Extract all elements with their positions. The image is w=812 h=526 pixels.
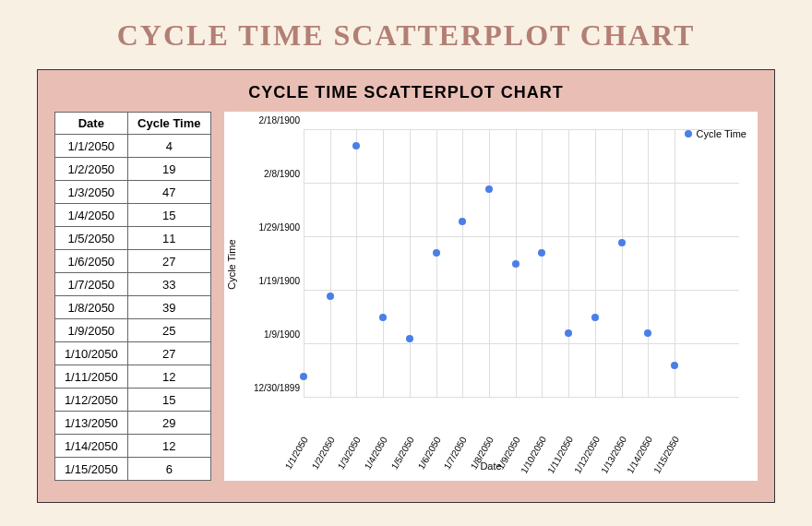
table-row: 1/10/205027 [55,342,211,365]
chart-area: Cycle Time Cycle Time Date 12/30/18991/9… [224,112,758,481]
cell-cycle-time: 6 [127,458,210,481]
cell-date: 1/1/2050 [55,135,128,158]
page-title: CYCLE TIME SCATTERPLOT CHART [37,18,775,53]
data-point [485,185,493,193]
gridline-v [595,130,596,398]
cell-cycle-time: 27 [127,250,210,273]
x-tick-label: 1/7/2050 [442,435,469,471]
x-tick-label: 1/14/2050 [625,435,654,475]
y-tick-label: 1/29/1900 [248,222,300,233]
cell-date: 1/12/2050 [55,389,128,412]
chart-panel: CYCLE TIME SCATTERPLOT CHART Date Cycle … [37,69,775,503]
table-row: 1/15/20506 [55,458,211,481]
data-point [538,249,545,257]
gridline-v [542,130,543,398]
data-point [300,373,307,380]
data-point [512,260,519,268]
cell-date: 1/7/2050 [55,273,128,296]
y-tick-label: 12/30/1899 [248,383,300,393]
cell-cycle-time: 15 [127,389,210,412]
table-row: 1/1/20504 [55,135,211,158]
cell-date: 1/3/2050 [55,181,128,204]
x-tick-label: 1/15/2050 [651,435,681,475]
cell-cycle-time: 12 [127,365,210,389]
legend-marker-icon [685,130,692,137]
cell-date: 1/11/2050 [55,365,128,389]
data-point [591,314,599,321]
data-point [565,329,572,337]
cell-cycle-time: 4 [127,135,210,158]
data-point [644,329,651,337]
table-row: 1/6/205027 [55,250,211,273]
data-point [352,142,360,149]
cell-date: 1/13/2050 [55,412,128,435]
x-tick-label: 1/2/2050 [309,435,336,471]
data-point [406,335,413,342]
y-tick-label: 1/19/1900 [248,276,300,286]
cell-date: 1/10/2050 [55,342,128,365]
x-tick-label: 1/10/2050 [519,435,549,475]
x-tick-label: 1/9/2050 [495,435,521,471]
data-point [327,293,334,300]
data-point [671,362,678,369]
cell-date: 1/6/2050 [55,250,128,273]
table-row: 1/2/205019 [55,158,211,181]
cell-cycle-time: 11 [127,227,210,250]
cell-cycle-time: 39 [127,296,210,319]
cell-cycle-time: 15 [127,204,210,227]
cell-cycle-time: 27 [127,342,210,365]
cell-date: 1/5/2050 [55,227,128,250]
gridline-v [568,130,569,398]
x-tick-label: 1/5/2050 [389,435,416,471]
cell-date: 1/2/2050 [55,158,128,181]
chart-title: CYCLE TIME SCATTERPLOT CHART [54,83,758,102]
table-row: 1/14/205012 [55,435,211,458]
table-row: 1/8/205039 [55,296,211,319]
x-tick-label: 1/12/2050 [572,435,602,475]
cell-cycle-time: 12 [127,435,210,458]
data-point [379,314,387,321]
data-table: Date Cycle Time 1/1/205041/2/2050191/3/2… [54,112,211,481]
x-tick-label: 1/1/2050 [283,435,310,471]
data-point [618,239,626,246]
gridline-v [648,130,649,398]
y-tick-label: 2/18/1900 [248,115,300,126]
gridline-v [383,130,384,398]
cell-cycle-time: 29 [127,412,210,435]
cell-date: 1/8/2050 [55,296,128,319]
gridline-v [436,130,437,398]
col-header-cycle-time: Cycle Time [127,113,210,135]
gridline-v [304,130,304,398]
table-row: 1/13/205029 [55,412,211,435]
table-header-row: Date Cycle Time [55,113,211,135]
gridline-v [356,130,357,398]
x-tick-label: 1/3/2050 [336,435,363,471]
cell-cycle-time: 33 [127,273,210,296]
gridline-v [410,130,411,398]
plot-region: 12/30/18991/9/19001/19/19001/29/19002/8/… [304,130,675,398]
cell-cycle-time: 19 [127,158,210,181]
cell-cycle-time: 47 [127,181,210,204]
table-row: 1/9/205025 [55,319,211,342]
gridline-v [462,130,463,398]
content-row: Date Cycle Time 1/1/205041/2/2050191/3/2… [54,112,758,481]
data-point [433,249,440,257]
table-row: 1/5/205011 [55,227,211,250]
cell-date: 1/14/2050 [55,435,128,458]
x-tick-label: 1/13/2050 [599,435,628,475]
gridline-v [622,130,623,398]
x-tick-label: 1/11/2050 [545,435,575,475]
table-row: 1/4/205015 [55,204,211,227]
table-row: 1/3/205047 [55,181,211,204]
table-row: 1/7/205033 [55,273,211,296]
cell-date: 1/9/2050 [55,319,128,342]
data-point [459,218,466,225]
gridline-v [489,130,490,398]
col-header-date: Date [55,113,128,135]
x-tick-label: 1/6/2050 [415,435,442,471]
cell-date: 1/15/2050 [55,458,128,481]
cell-date: 1/4/2050 [55,204,128,227]
y-tick-label: 1/9/1900 [248,329,300,340]
gridline-v [675,130,675,398]
gridline-v [330,130,331,398]
